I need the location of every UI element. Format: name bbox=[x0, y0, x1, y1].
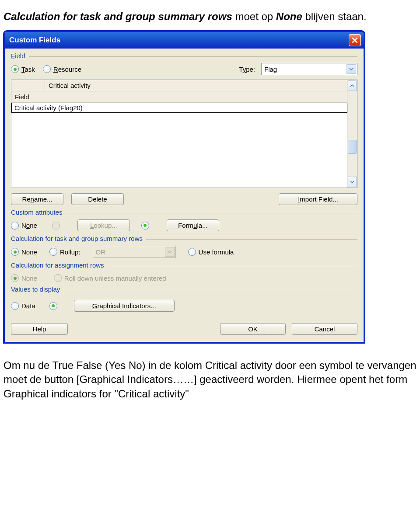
radio-indicator-icon bbox=[52, 222, 60, 230]
scroll-up-icon[interactable] bbox=[348, 80, 357, 91]
radio-indicator-icon bbox=[49, 302, 57, 310]
field-group-label: Field bbox=[11, 52, 29, 59]
radio-calc-none[interactable]: None bbox=[11, 248, 37, 256]
custom-fields-dialog: Custom Fields Field Task Resource Type: … bbox=[4, 31, 365, 343]
radio-attr-none[interactable]: None bbox=[11, 222, 37, 230]
import-field-button[interactable]: Import Field... bbox=[279, 193, 357, 205]
scroll-thumb[interactable] bbox=[348, 140, 357, 154]
formula-button[interactable]: Formula... bbox=[167, 219, 219, 231]
graphical-indicators-button[interactable]: Graphical Indicators... bbox=[74, 300, 175, 312]
radio-attr-lookup bbox=[52, 222, 63, 230]
listbox-column-field: Field bbox=[11, 91, 347, 102]
close-icon bbox=[352, 37, 358, 43]
radio-indicator-icon bbox=[11, 274, 19, 282]
chevron-down-icon bbox=[165, 247, 175, 257]
doc-paragraph-2: Om nu de True False (Yes No) in de kolom… bbox=[0, 358, 420, 401]
listbox-name-cell: Critical activity bbox=[45, 80, 347, 91]
doc-bold-1: Calculation for task and group summary r… bbox=[4, 10, 232, 22]
radio-task[interactable]: Task bbox=[11, 65, 35, 73]
radio-indicator-icon bbox=[43, 65, 51, 73]
radio-attr-formula[interactable] bbox=[141, 222, 152, 230]
custom-attributes-label: Custom attributes bbox=[11, 209, 66, 216]
radio-indicator-icon bbox=[188, 248, 196, 256]
type-combo-value: Flag bbox=[264, 66, 277, 73]
ok-button[interactable]: OK bbox=[220, 323, 286, 335]
custom-attributes-group: Custom attributes None Lookup... Formula… bbox=[11, 213, 357, 231]
scrollbar[interactable] bbox=[347, 80, 357, 188]
radio-indicator-icon bbox=[11, 302, 19, 310]
calc-task-label: Calculation for task and group summary r… bbox=[11, 235, 146, 242]
listbox-empty-area bbox=[11, 113, 347, 188]
radio-resource-label: Resource bbox=[53, 66, 81, 73]
radio-values-data[interactable]: Data bbox=[11, 302, 35, 310]
rollup-combo: OR bbox=[93, 246, 176, 258]
values-label: Values to display bbox=[11, 285, 63, 293]
type-combo[interactable]: Flag bbox=[261, 63, 357, 75]
radio-indicator-icon bbox=[11, 248, 19, 256]
radio-indicator-icon bbox=[141, 222, 149, 230]
radio-indicator-icon bbox=[11, 222, 19, 230]
listbox-header-blank bbox=[11, 80, 45, 91]
doc-paragraph-1: Calculation for task and group summary r… bbox=[0, 10, 420, 23]
help-button[interactable]: Help bbox=[11, 323, 68, 335]
radio-indicator-icon bbox=[49, 248, 57, 256]
radio-indicator-icon bbox=[54, 274, 62, 282]
cancel-button[interactable]: Cancel bbox=[292, 323, 357, 335]
calc-assign-label: Calculation for assignment rows bbox=[11, 261, 108, 269]
scroll-down-icon[interactable] bbox=[348, 177, 357, 187]
radio-use-formula[interactable]: Use formula bbox=[188, 248, 234, 256]
delete-button[interactable]: Delete bbox=[71, 193, 124, 205]
rename-button[interactable]: Rename... bbox=[11, 193, 63, 205]
calc-task-group: Calculation for task and group summary r… bbox=[11, 239, 357, 258]
radio-assign-rolldown: Roll down unless manually entered bbox=[54, 274, 166, 282]
scroll-track[interactable] bbox=[347, 91, 357, 176]
radio-values-graphical[interactable] bbox=[49, 302, 60, 310]
listbox-selected-row[interactable]: Critical activity (Flag20) bbox=[11, 103, 347, 113]
radio-task-label: Task bbox=[21, 66, 35, 73]
radio-resource[interactable]: Resource bbox=[43, 65, 81, 73]
calc-assign-group: Calculation for assignment rows None Rol… bbox=[11, 266, 357, 282]
dialog-title: Custom Fields bbox=[9, 36, 60, 45]
radio-assign-none: None bbox=[11, 274, 37, 282]
rollup-value: OR bbox=[96, 248, 106, 256]
type-label: Type: bbox=[239, 66, 255, 73]
chevron-down-icon bbox=[346, 64, 356, 74]
radio-calc-rollup[interactable]: Rollup: bbox=[49, 248, 80, 256]
lookup-button: Lookup... bbox=[77, 219, 130, 231]
doc-bold-2: None bbox=[276, 10, 302, 22]
radio-indicator-icon bbox=[11, 65, 19, 73]
field-listbox[interactable]: Critical activity Field Critical activit… bbox=[11, 80, 357, 188]
values-group: Values to display Data Graphical Indicat… bbox=[11, 290, 357, 312]
field-group: Field Task Resource Type: Flag bbox=[11, 56, 357, 205]
titlebar: Custom Fields bbox=[5, 32, 364, 49]
close-button[interactable] bbox=[349, 34, 361, 46]
